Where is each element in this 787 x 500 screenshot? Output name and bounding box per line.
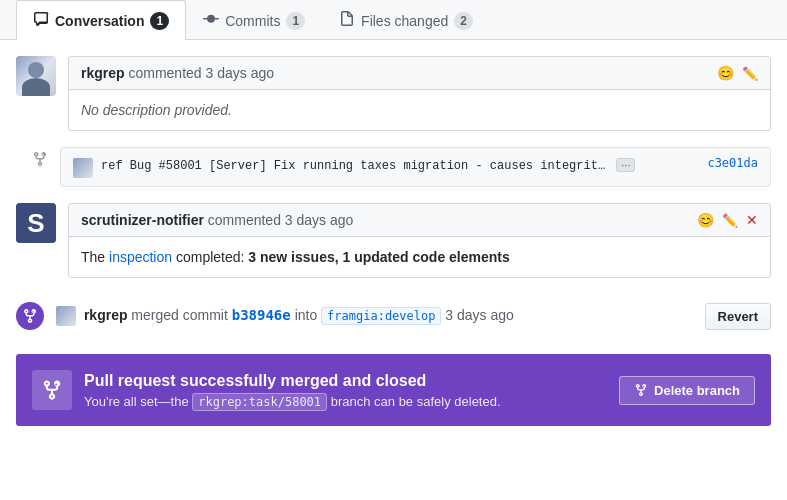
delete-branch-label: Delete branch xyxy=(654,383,740,398)
commit-ref-body: ref Bug #58001 [Server] Fix running taxe… xyxy=(101,159,605,173)
merged-banner-left: Pull request successfully merged and clo… xyxy=(32,370,501,410)
merge-into: into xyxy=(295,307,321,323)
commenter-timestamp-scrutinizer: commented 3 days ago xyxy=(208,212,354,228)
content-area: rkgrep commented 3 days ago 😊 ✏️ No desc… xyxy=(0,40,787,442)
merged-git-icon xyxy=(41,379,63,401)
comment-box-rkgrep: rkgrep commented 3 days ago 😊 ✏️ No desc… xyxy=(68,56,771,131)
tab-files-changed-label: Files changed xyxy=(361,13,448,29)
commit-ref-inner: ref Bug #58001 [Server] Fix running taxe… xyxy=(73,156,758,178)
comment-header-rkgrep: rkgrep commented 3 days ago 😊 ✏️ xyxy=(69,57,770,90)
commenter-username-rkgrep: rkgrep xyxy=(81,65,125,81)
merge-event-row: rkgrep merged commit b38946e into framgi… xyxy=(16,294,771,338)
emoji-reaction-icon[interactable]: 😊 xyxy=(717,65,734,81)
commits-icon xyxy=(203,11,219,30)
tab-files-changed-badge: 2 xyxy=(454,12,473,30)
merge-user-avatar xyxy=(56,306,76,326)
delete-branch-icon xyxy=(634,383,648,397)
commit-ref-text-area: ref Bug #58001 [Server] Fix running taxe… xyxy=(101,156,695,175)
merge-commit-hash[interactable]: b38946e xyxy=(232,307,291,323)
tab-files-changed[interactable]: Files changed 2 xyxy=(322,0,490,40)
merged-text-block: Pull request successfully merged and clo… xyxy=(84,372,501,409)
comment-body-scrutinizer: The inspection completed: 3 new issues, … xyxy=(69,237,770,277)
scrutinizer-logo: S xyxy=(16,203,56,243)
avatar-scrutinizer: S xyxy=(16,203,56,243)
edit-comment-icon[interactable]: ✏️ xyxy=(742,66,758,81)
comment-actions-scrutinizer: 😊 ✏️ ✕ xyxy=(697,212,758,228)
merged-branch-tag: rkgrep:task/58001 xyxy=(192,393,327,411)
git-branch-icon xyxy=(32,151,48,171)
delete-branch-button[interactable]: Delete branch xyxy=(619,376,755,405)
merged-banner: Pull request successfully merged and clo… xyxy=(16,354,771,426)
tab-conversation-badge: 1 xyxy=(150,12,169,30)
comment-box-scrutinizer: scrutinizer-notifier commented 3 days ag… xyxy=(68,203,771,278)
merge-text: rkgrep merged commit b38946e into framgi… xyxy=(56,306,705,326)
comment-header-scrutinizer: scrutinizer-notifier commented 3 days ag… xyxy=(69,204,770,237)
merge-username: rkgrep xyxy=(84,307,128,323)
revert-button[interactable]: Revert xyxy=(705,303,771,330)
avatar-rkgrep xyxy=(16,56,56,96)
files-changed-icon xyxy=(339,11,355,30)
commit-ref-text: ref Bug #58001 [Server] Fix running taxe… xyxy=(101,159,612,173)
commit-ellipsis-btn[interactable]: ··· xyxy=(616,158,635,172)
merged-icon-box xyxy=(32,370,72,410)
tab-conversation[interactable]: Conversation 1 xyxy=(16,0,186,40)
merged-title: Pull request successfully merged and clo… xyxy=(84,372,501,390)
comment-meta-scrutinizer: scrutinizer-notifier commented 3 days ag… xyxy=(81,212,353,228)
body-prefix: The xyxy=(81,249,105,265)
emoji-reaction-icon-2[interactable]: 😊 xyxy=(697,212,714,228)
commit-hash-link[interactable]: c3e01da xyxy=(707,156,758,170)
tab-conversation-label: Conversation xyxy=(55,13,144,29)
comment-scrutinizer: S scrutinizer-notifier commented 3 days … xyxy=(16,203,771,278)
comment-rkgrep: rkgrep commented 3 days ago 😊 ✏️ No desc… xyxy=(16,56,771,131)
conversation-icon xyxy=(33,11,49,30)
merged-description: You're all set—the rkgrep:task/58001 bra… xyxy=(84,394,501,409)
tab-commits-label: Commits xyxy=(225,13,280,29)
commit-ref-box: ref Bug #58001 [Server] Fix running taxe… xyxy=(60,147,771,187)
merged-desc-prefix: You're all set—the xyxy=(84,394,189,409)
inspection-result: 3 new issues, 1 updated code elements xyxy=(248,249,509,265)
comment-body-rkgrep: No description provided. xyxy=(69,90,770,130)
commenter-username-scrutinizer: scrutinizer-notifier xyxy=(81,212,204,228)
body-suffix: completed: xyxy=(176,249,244,265)
tab-commits-badge: 1 xyxy=(286,12,305,30)
comment-actions-rkgrep: 😊 ✏️ xyxy=(717,65,758,81)
merge-branch-tag: framgia:develop xyxy=(321,307,441,325)
comment-meta-rkgrep: rkgrep commented 3 days ago xyxy=(81,65,274,81)
commit-ref-row: ref Bug #58001 [Server] Fix running taxe… xyxy=(20,147,771,187)
merge-timestamp: 3 days ago xyxy=(445,307,514,323)
tab-commits[interactable]: Commits 1 xyxy=(186,0,322,40)
tab-bar: Conversation 1 Commits 1 Files changed 2 xyxy=(0,0,787,40)
commit-user-avatar xyxy=(73,158,93,178)
commenter-timestamp-rkgrep: commented 3 days ago xyxy=(128,65,274,81)
edit-comment-icon-2[interactable]: ✏️ xyxy=(722,213,738,228)
git-icon-area xyxy=(20,147,60,171)
merged-desc-suffix: branch can be safely deleted. xyxy=(331,394,501,409)
merge-action: merged commit xyxy=(131,307,231,323)
merge-icon xyxy=(22,308,38,324)
close-comment-icon[interactable]: ✕ xyxy=(746,212,758,228)
comment-body-text: No description provided. xyxy=(81,102,232,118)
merge-icon-circle xyxy=(16,302,44,330)
inspection-link[interactable]: inspection xyxy=(109,249,172,265)
